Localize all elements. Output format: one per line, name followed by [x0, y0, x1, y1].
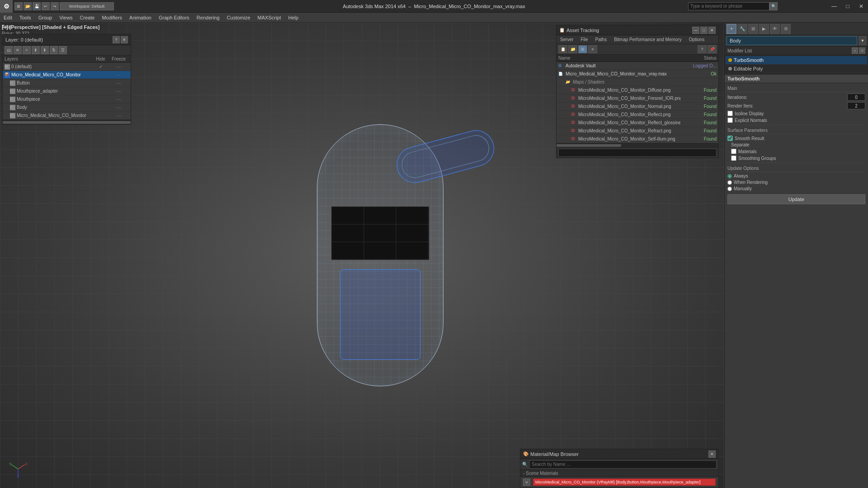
- asset-row-vault[interactable]: 🏛 Autodesk Vault Logged O...: [557, 62, 718, 70]
- search-area[interactable]: 🔍: [688, 2, 778, 10]
- layer-tool-2[interactable]: ✕: [14, 46, 22, 54]
- ts-smoothing-groups-checkbox[interactable]: [731, 155, 736, 161]
- material-item-0[interactable]: V MicroMedical_Micro_CO_Monitor (VRayMtl…: [520, 477, 718, 488]
- undo-btn[interactable]: ↩: [42, 2, 50, 10]
- asset-hscroll-thumb[interactable]: [557, 144, 621, 147]
- panel-utility-icon[interactable]: ⚙: [781, 24, 791, 34]
- ts-manually-radio[interactable]: [727, 187, 732, 191]
- close-btn[interactable]: ✕: [854, 0, 868, 13]
- menu-rendering[interactable]: Rendering: [193, 13, 223, 23]
- layer-item-4[interactable]: ▷ Mouthpiece —: [3, 95, 131, 103]
- panel-hierarchy-icon[interactable]: ⊞: [748, 24, 758, 34]
- window-controls[interactable]: — □ ✕: [827, 0, 868, 13]
- asset-row-refract[interactable]: 🖼 MicroMedical_Micro_CO_Monitor_Refract.…: [557, 127, 718, 135]
- ts-materials-checkbox[interactable]: [731, 149, 736, 154]
- asset-menu-file[interactable]: File: [577, 35, 591, 44]
- asset-row-fresnel[interactable]: 🖼 MicroMedical_Micro_CO_Monitor_Fresnel_…: [557, 94, 718, 103]
- menu-animation[interactable]: Animation: [126, 13, 155, 23]
- asset-close-btn[interactable]: ✕: [708, 27, 716, 34]
- asset-tb-help[interactable]: ?: [698, 45, 707, 53]
- asset-tb-1[interactable]: 📋: [558, 45, 567, 53]
- asset-minimize-btn[interactable]: —: [692, 27, 699, 34]
- layer-item-3[interactable]: ▷ Mouthpiece_adapter —: [3, 87, 131, 95]
- ts-explicit-normals-checkbox[interactable]: [727, 117, 733, 123]
- ts-when-rendering-radio[interactable]: [727, 180, 732, 185]
- panel-create-icon[interactable]: ✦: [726, 24, 736, 34]
- search-input[interactable]: [688, 2, 769, 10]
- layer-tool-3[interactable]: +: [23, 46, 31, 54]
- minimize-btn[interactable]: —: [827, 0, 841, 13]
- search-btn[interactable]: 🔍: [769, 2, 778, 10]
- right-panel-top-icons[interactable]: ✦ 🔧 ⊞ ▶ 👁 ⚙: [725, 23, 868, 35]
- asset-tb-3[interactable]: ⊞: [578, 45, 587, 53]
- redo-btn[interactable]: ↪: [51, 2, 59, 10]
- asset-row-reflect[interactable]: 🖼 MicroMedical_Micro_CO_Monitor_Reflect.…: [557, 111, 718, 119]
- material-search-input[interactable]: [529, 460, 717, 469]
- asset-tb-pin[interactable]: 📌: [708, 45, 717, 53]
- ts-iterations-input[interactable]: [847, 94, 865, 101]
- asset-tb-2[interactable]: 📁: [568, 45, 577, 53]
- panel-motion-icon[interactable]: ▶: [759, 24, 769, 34]
- modifier-add-btn[interactable]: +: [852, 47, 858, 54]
- modifier-header-btns[interactable]: + ✕: [852, 47, 865, 54]
- object-dropdown[interactable]: Body: [726, 36, 857, 45]
- asset-path-input[interactable]: [558, 149, 717, 157]
- workspace-btn[interactable]: Workspace: Default: [60, 2, 114, 10]
- asset-row-glossiness[interactable]: 🖼 MicroMedical_Micro_CO_Monitor_Reflect_…: [557, 119, 718, 127]
- asset-menu-bitmap-perf[interactable]: Bitmap Performance and Memory: [610, 35, 685, 44]
- asset-row-maxfile[interactable]: 📄 Micro_Medical_Micro_CO_Monitor_max_vra…: [557, 70, 718, 78]
- asset-menu-options[interactable]: Options: [685, 35, 708, 44]
- modifier-remove-btn[interactable]: ✕: [859, 47, 865, 54]
- asset-win-buttons[interactable]: — □ ✕: [692, 27, 716, 34]
- asset-scrollbar[interactable]: [557, 143, 718, 147]
- menu-views[interactable]: Views: [56, 13, 76, 23]
- asset-menu-server[interactable]: Server: [557, 35, 577, 44]
- material-search-row[interactable]: 🔍: [520, 459, 718, 470]
- asset-row-diffuse[interactable]: 🖼 MicroMedical_Micro_CO_Monitor_Diffuse.…: [557, 86, 718, 94]
- panel-modify-icon[interactable]: 🔧: [737, 24, 747, 34]
- panel-display-icon[interactable]: 👁: [770, 24, 780, 34]
- layer-tool-1[interactable]: 🗂: [5, 46, 13, 54]
- object-dropdown-row[interactable]: Body ▼: [725, 35, 868, 47]
- layer-panel-controls[interactable]: ? ✕: [113, 36, 128, 43]
- layer-item-1[interactable]: 📦 Micro_Medical_Micro_CO_Monitor —: [3, 71, 131, 79]
- menu-graph-editors[interactable]: Graph Editors: [155, 13, 193, 23]
- menu-customize[interactable]: Customize: [223, 13, 254, 23]
- asset-menu-paths[interactable]: Paths: [592, 35, 611, 44]
- menu-edit[interactable]: Edit: [0, 13, 16, 23]
- new-btn[interactable]: 🗎: [14, 2, 23, 10]
- asset-toolbar-right[interactable]: ? 📌: [698, 45, 717, 53]
- ts-always-radio[interactable]: [727, 174, 732, 178]
- panel-mode-icons[interactable]: ✦ 🔧 ⊞ ▶ 👁 ⚙: [726, 24, 791, 34]
- material-close-btn[interactable]: ✕: [708, 450, 716, 458]
- asset-row-selfillum[interactable]: 🖼 MicroMedical_Micro_CO_Monitor_Self-ill…: [557, 135, 718, 143]
- layer-tool-6[interactable]: ⇅: [50, 46, 58, 54]
- layer-item-2[interactable]: ▷ Button —: [3, 79, 131, 87]
- maximize-btn[interactable]: □: [841, 0, 854, 13]
- menu-modifiers[interactable]: Modifiers: [98, 13, 126, 23]
- asset-maximize-btn[interactable]: □: [700, 27, 708, 34]
- layer-tool-5[interactable]: ⬇: [41, 46, 49, 54]
- layer-help-btn[interactable]: ?: [113, 36, 120, 43]
- modifier-editable-poly[interactable]: Editable Poly: [726, 65, 867, 73]
- modifier-turbosmooth[interactable]: TurboSmooth: [726, 56, 867, 65]
- layer-item-5[interactable]: ▷ Body —: [3, 103, 131, 112]
- layer-tool-7[interactable]: ☰: [59, 46, 67, 54]
- layer-tool-4[interactable]: ⬆: [32, 46, 40, 54]
- layer-close-btn[interactable]: ✕: [121, 36, 128, 43]
- title-bar-tools[interactable]: 🗎 📂 💾 ↩ ↪ Workspace: Default: [13, 2, 116, 10]
- object-dropdown-arrow[interactable]: ▼: [859, 36, 866, 45]
- layer-scrollbar[interactable]: [3, 120, 131, 124]
- ts-render-iters-input[interactable]: [847, 102, 865, 109]
- menu-create[interactable]: Create: [76, 13, 98, 23]
- asset-tb-4[interactable]: ≡: [588, 45, 597, 53]
- layer-item-6[interactable]: ▷ Micro_Medical_Micro_CO_Monitor —: [3, 112, 131, 120]
- menu-help[interactable]: Help: [285, 13, 302, 23]
- layer-scrollbar-thumb[interactable]: [3, 121, 131, 124]
- layer-item-0[interactable]: 🗂 0 (default) ✓ —: [3, 63, 131, 71]
- asset-menu[interactable]: Server File Paths Bitmap Performance and…: [557, 35, 718, 44]
- menu-tools[interactable]: Tools: [16, 13, 35, 23]
- menu-group[interactable]: Group: [35, 13, 56, 23]
- ts-smooth-result-checkbox[interactable]: [727, 136, 733, 141]
- save-btn[interactable]: 💾: [33, 2, 41, 10]
